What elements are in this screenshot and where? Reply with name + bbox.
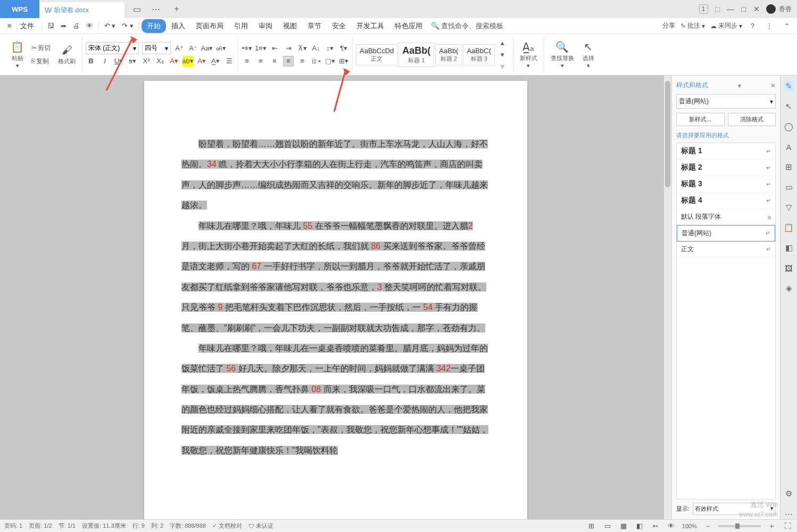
tab-menu-icon[interactable]: ⋯ <box>148 2 163 16</box>
menu-file[interactable]: 文件 <box>15 19 39 33</box>
zoom-label[interactable]: 100% <box>682 523 697 529</box>
view-mode-1-icon[interactable]: ⊞ <box>586 521 597 531</box>
view-mode-5-icon[interactable]: ➳ <box>650 521 661 531</box>
document-tab[interactable]: W 盼望着.docx <box>39 2 124 18</box>
tab-review[interactable]: 审阅 <box>253 19 278 33</box>
align-center-icon[interactable]: ≡ <box>255 56 266 66</box>
borders-icon[interactable]: ⊞▾ <box>338 56 349 66</box>
align-right-icon[interactable]: ≡ <box>269 56 280 66</box>
increase-font-icon[interactable]: A⁺ <box>174 43 185 54</box>
bold-icon[interactable]: B <box>86 56 96 66</box>
zoom-slider[interactable] <box>718 525 761 527</box>
status-auth[interactable]: 🛡 未认证 <box>248 522 273 530</box>
close-button[interactable]: ✕ <box>753 5 760 13</box>
share-button[interactable]: 分享 <box>662 21 675 30</box>
style-item-heading3[interactable]: 标题 3↵ <box>677 176 775 193</box>
tab-stops-icon[interactable]: ⊼▾ <box>297 43 308 54</box>
style-scroll-down[interactable]: ▾ <box>497 49 508 60</box>
find-replace-button[interactable]: 🔍查找替换▾ <box>547 38 577 71</box>
zoom-in-icon[interactable]: ＋ <box>766 521 777 531</box>
underline-icon[interactable]: U▾ <box>113 56 124 66</box>
cut-button[interactable]: ✂剪切 <box>29 43 53 54</box>
view-mode-4-icon[interactable]: ◧ <box>634 521 645 531</box>
comments-button[interactable]: ✎ 批注 ▾ <box>680 21 705 30</box>
view-mode-6-icon[interactable]: 👁 <box>666 521 677 531</box>
sort-icon[interactable]: A↓ <box>311 43 321 54</box>
strip-more-icon[interactable]: ⋯ <box>784 509 794 519</box>
line-spacing-icon[interactable]: ↕▾ <box>325 43 335 54</box>
strip-settings-icon[interactable]: ⚙ <box>784 488 794 499</box>
select-button[interactable]: ↖选择▾ <box>579 38 597 71</box>
tab-special[interactable]: 特色应用 <box>389 19 428 33</box>
tab-insert[interactable]: 插入 <box>166 19 190 33</box>
status-page[interactable]: 页面: 1/2 <box>29 522 52 530</box>
font-color-icon[interactable]: A▾ <box>196 56 207 66</box>
tab-section[interactable]: 章节 <box>302 19 327 33</box>
user-account[interactable]: 香香 <box>766 4 792 14</box>
style-item-default-font[interactable]: 默认 段落字体a <box>677 209 775 225</box>
style-heading2[interactable]: AaBb(标题 2 <box>435 44 462 65</box>
font-name-select[interactable]: 宋体 (正文)▾ <box>86 42 139 54</box>
numbering-icon[interactable]: 1≡▾ <box>255 43 266 54</box>
status-proofing[interactable]: ✓ 文档校对 <box>212 522 242 530</box>
style-heading3[interactable]: AaBbC(标题 3 <box>463 44 495 65</box>
superscript-icon[interactable]: X² <box>141 56 152 66</box>
subscript-icon[interactable]: X₂ <box>155 56 165 66</box>
style-item-body[interactable]: 正文↵ <box>677 242 775 257</box>
copy-button[interactable]: ⎘复制 <box>29 56 53 67</box>
more-icon[interactable]: ⋮ <box>763 20 776 32</box>
document-page[interactable]: 盼望着，盼望着……翘首以盼的新年近了。街市上车水马龙，人山人海，好不热闹。34 … <box>144 81 527 519</box>
current-style-select[interactable]: 普通(网站)▾ <box>676 94 776 109</box>
strip-clipboard-icon[interactable]: 📋 <box>784 222 794 233</box>
status-section[interactable]: 节: 1/1 <box>59 522 76 530</box>
font-border-icon[interactable]: A̲▾ <box>210 56 221 66</box>
status-page-no[interactable]: 页码: 1 <box>4 522 22 530</box>
bullets-icon[interactable]: •≡▾ <box>242 43 252 54</box>
panel-clear-format-button[interactable]: 清除格式 <box>728 113 776 126</box>
strip-resource-icon[interactable]: ◈ <box>784 283 794 294</box>
collapse-ribbon-icon[interactable]: ⌃ <box>781 20 793 32</box>
menu-icon[interactable]: ≡ <box>4 20 15 32</box>
strip-layers-icon[interactable]: ◧ <box>784 243 794 253</box>
help-icon[interactable]: ? <box>748 20 758 32</box>
zoom-out-icon[interactable]: － <box>702 521 713 531</box>
status-line[interactable]: 行: 9 <box>132 522 145 530</box>
change-case-icon[interactable]: Aa▾ <box>202 43 212 54</box>
strip-table-icon[interactable]: ⊞ <box>784 162 794 172</box>
tab-references[interactable]: 引用 <box>229 19 253 33</box>
redo-icon[interactable]: ↷ ▾ <box>119 20 137 32</box>
search-command[interactable]: 🔍 查找命令、搜索模板 <box>428 19 507 33</box>
clear-format-icon[interactable]: 🗚▾ <box>215 43 226 54</box>
vertical-scrollbar[interactable] <box>664 76 671 519</box>
strip-text-icon[interactable]: A <box>784 142 794 152</box>
strip-filter-icon[interactable]: ▽ <box>784 202 794 213</box>
tab-developer[interactable]: 开发工具 <box>351 19 389 33</box>
status-words[interactable]: 字数: 888/888 <box>170 522 206 530</box>
font-size-select[interactable]: 四号▾ <box>142 42 171 54</box>
view-mode-2-icon[interactable]: ▭ <box>602 521 613 531</box>
style-item-heading1[interactable]: 标题 1↵ <box>677 143 775 160</box>
sync-button[interactable]: ☁ 未同步 ▾ <box>710 21 742 30</box>
format-painter-button[interactable]: 🖌格式刷 <box>55 36 79 73</box>
panel-close-icon[interactable]: ✕ <box>770 82 776 89</box>
shading-icon[interactable]: ▢▾ <box>325 56 335 66</box>
view-mode-3-icon[interactable]: ▦ <box>618 521 629 531</box>
tab-security[interactable]: 安全 <box>327 19 351 33</box>
show-marks-icon[interactable]: ¶▾ <box>338 43 349 54</box>
show-filter-select[interactable]: 有效样式▾ <box>693 503 776 515</box>
italic-icon[interactable]: I <box>99 56 110 66</box>
gift-icon[interactable]: ⬚ <box>715 5 720 13</box>
style-expand[interactable]: ▿ <box>497 61 508 72</box>
columns-icon[interactable]: ⫼▾ <box>311 56 321 66</box>
distribute-icon[interactable]: ≡ <box>297 56 308 66</box>
style-scroll-up[interactable]: ▴ <box>497 38 508 48</box>
strip-shape-icon[interactable]: ◯ <box>784 121 794 132</box>
tab-reader-icon[interactable]: ▭ <box>130 2 144 16</box>
text-effects-icon[interactable]: A▾ <box>169 56 179 66</box>
print-icon[interactable]: 🖨 <box>70 20 83 32</box>
save-icon[interactable]: 🖫 <box>44 20 57 32</box>
new-style-button[interactable]: A̲ₐ新样式▾ <box>517 38 541 71</box>
tab-view[interactable]: 视图 <box>278 19 302 33</box>
strip-styles-icon[interactable]: ✎ <box>784 81 794 92</box>
undo-icon[interactable]: ↶ ▾ <box>101 20 119 32</box>
